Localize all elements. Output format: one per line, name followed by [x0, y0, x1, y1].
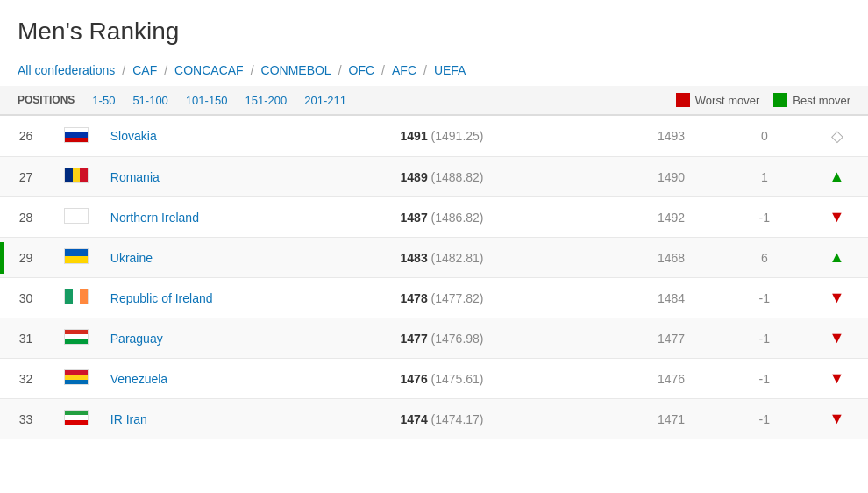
current-points: 1474: [401, 412, 428, 426]
arrow-cell: ▼: [806, 359, 868, 399]
country-name-cell: Ukraine: [102, 238, 392, 278]
arrow-down-icon: ▼: [829, 329, 845, 347]
tab-201-211[interactable]: 201-211: [304, 94, 346, 107]
points-cell: 1474 (1474.17): [392, 399, 620, 439]
change-cell: 1: [723, 157, 807, 197]
points-cell: 1489 (1488.82): [392, 157, 620, 197]
worst-mover-legend: Worst mover: [676, 93, 759, 107]
rank-cell: 28: [0, 197, 52, 238]
change-cell: -1: [723, 359, 807, 399]
separator: /: [122, 63, 125, 77]
decimal-points: (1474.17): [431, 412, 484, 426]
table-row: 27 Romania 1489 (1488.82) 1490 1 ▲: [0, 157, 868, 197]
decimal-points: (1482.81): [431, 251, 484, 265]
country-flag: [64, 369, 89, 385]
tab-51-100[interactable]: 51-100: [132, 94, 167, 107]
rank-cell: 32: [0, 359, 52, 399]
country-link[interactable]: Romania: [110, 170, 160, 184]
arrow-down-icon: ▼: [829, 410, 845, 427]
separator: /: [423, 63, 427, 77]
previous-points: 1490: [658, 170, 685, 184]
decimal-points: (1486.82): [431, 211, 484, 225]
country-name-cell: IR Iran: [102, 399, 392, 439]
points-cell: 1483 (1482.81): [392, 238, 620, 278]
ranking-table: 26 Slovakia 1491 (1491.25) 1493 0 ◇ 27: [0, 116, 868, 439]
country-name-cell: Slovakia: [102, 116, 392, 157]
page-title: Men's Ranking: [0, 0, 868, 54]
country-name-cell: Northern Ireland: [102, 197, 392, 238]
current-points: 1476: [401, 372, 428, 386]
rank-cell: 30: [0, 278, 52, 318]
nav-conmebol[interactable]: CONMEBOL: [261, 63, 331, 77]
change-cell: -1: [723, 278, 807, 318]
current-points: 1487: [401, 211, 428, 225]
nav-uefa[interactable]: UEFA: [434, 63, 466, 77]
rank-number: 26: [19, 129, 33, 143]
rank-number: 27: [19, 170, 33, 184]
nav-afc[interactable]: AFC: [392, 63, 416, 77]
best-mover-legend: Best mover: [773, 93, 850, 107]
arrow-down-icon: ▼: [829, 208, 845, 225]
nav-all-confederations[interactable]: All confederations: [18, 63, 115, 77]
country-link[interactable]: Ukraine: [110, 251, 153, 265]
prev-points-cell: 1484: [619, 278, 722, 318]
nav-ofc[interactable]: OFC: [349, 63, 375, 77]
table-row: 31 Paraguay 1477 (1476.98) 1477 -1 ▼: [0, 318, 868, 359]
country-link[interactable]: Paraguay: [110, 332, 163, 346]
tab-1-50[interactable]: 1-50: [92, 94, 115, 107]
country-flag: [64, 248, 89, 264]
positions-bar: POSITIONS 1-50 51-100 101-150 151-200 20…: [0, 86, 868, 116]
table-row: 32 Venezuela 1476 (1475.61) 1476 -1 ▼: [0, 359, 868, 399]
country-link[interactable]: Venezuela: [110, 372, 167, 386]
rank-cell: 27: [0, 157, 52, 197]
rank-number: 31: [19, 332, 33, 346]
current-points: 1477: [401, 332, 428, 346]
nav-concacaf[interactable]: CONCACAF: [174, 63, 244, 77]
worst-mover-label: Worst mover: [695, 94, 759, 107]
change-cell: 0: [723, 116, 807, 157]
prev-points-cell: 1492: [619, 197, 722, 238]
rank-cell: 29: [0, 238, 52, 278]
rank-cell: 31: [0, 318, 52, 359]
points-cell: 1477 (1476.98): [392, 318, 620, 359]
country-name-cell: Romania: [102, 157, 392, 197]
country-flag: [64, 410, 89, 425]
tab-151-200[interactable]: 151-200: [245, 94, 288, 107]
tab-101-150[interactable]: 101-150: [186, 94, 228, 107]
country-flag: [64, 168, 89, 183]
country-link[interactable]: Slovakia: [110, 129, 157, 143]
arrow-up-icon: ▲: [829, 168, 845, 185]
rank-change: -1: [759, 291, 770, 305]
separator: /: [164, 63, 167, 77]
flag-cell: [52, 238, 102, 278]
rank-number: 28: [19, 211, 33, 225]
table-row: 30 Republic of Ireland 1478 (1477.82) 14…: [0, 278, 868, 318]
country-name-cell: Paraguay: [102, 318, 392, 359]
arrow-cell: ▲: [806, 157, 868, 197]
rank-number: 33: [19, 412, 33, 426]
flag-cell: [52, 278, 102, 318]
prev-points-cell: 1471: [619, 399, 722, 439]
change-cell: -1: [723, 197, 807, 238]
country-name-cell: Venezuela: [102, 359, 392, 399]
separator: /: [251, 63, 254, 77]
decimal-points: (1475.61): [431, 372, 484, 386]
arrow-down-icon: ▼: [829, 369, 845, 387]
rank-number: 29: [19, 251, 33, 265]
best-mover-label: Best mover: [793, 94, 850, 107]
separator: /: [338, 63, 342, 77]
change-cell: -1: [723, 318, 807, 359]
positions-label: POSITIONS: [18, 94, 75, 106]
arrow-cell: ▼: [806, 318, 868, 359]
arrow-cell: ▼: [806, 197, 868, 238]
rank-change: -1: [759, 332, 770, 346]
country-link[interactable]: Northern Ireland: [110, 211, 199, 225]
country-flag: [64, 127, 89, 143]
separator: /: [381, 63, 385, 77]
prev-points-cell: 1490: [619, 157, 722, 197]
nav-caf[interactable]: CAF: [132, 63, 157, 77]
country-link[interactable]: Republic of Ireland: [110, 291, 213, 305]
arrow-down-icon: ▼: [829, 289, 845, 306]
country-link[interactable]: IR Iran: [110, 412, 147, 426]
country-flag: [64, 208, 89, 224]
